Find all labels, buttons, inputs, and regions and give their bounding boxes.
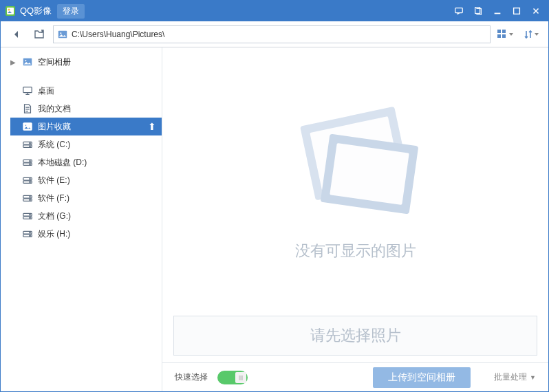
sidebar-item-1[interactable]: 我的文档 [10, 100, 162, 118]
svg-point-32 [30, 197, 30, 197]
sidebar-item-label: 桌面 [38, 85, 54, 97]
drive-icon [21, 210, 34, 222]
album-icon [21, 56, 34, 68]
sidebar-item-2[interactable]: 图片收藏⬆ [10, 118, 162, 135]
sidebar-item-label: 文档 (G:) [38, 210, 71, 222]
drive-icon [21, 228, 34, 240]
app-logo-icon [5, 6, 16, 17]
sidebar-item-label: 本地磁盘 (D:) [38, 157, 87, 168]
sort-button[interactable] [519, 25, 543, 44]
up-folder-button[interactable] [30, 25, 50, 44]
svg-point-8 [60, 32, 61, 34]
empty-text: 没有可显示的图片 [295, 241, 416, 261]
svg-point-21 [30, 146, 30, 146]
sidebar-item-4[interactable]: 本地磁盘 (D:) [10, 153, 162, 171]
svg-rect-3 [455, 8, 463, 13]
action-bar: 快速选择 ||| 上传到空间相册 批量处理 ▼ [162, 362, 548, 391]
picture-folder-icon [56, 28, 69, 41]
sidebar-locations: 桌面我的文档图片收藏⬆系统 (C:)本地磁盘 (D:)软件 (E:)软件 (F:… [1, 82, 162, 243]
svg-rect-45 [330, 143, 409, 205]
sidebar-root-album[interactable]: ▶ 空间相册 [1, 53, 162, 71]
svg-point-17 [25, 124, 26, 126]
svg-point-40 [30, 232, 30, 233]
drive-icon [21, 156, 34, 168]
close-button[interactable] [526, 1, 546, 21]
sidebar-item-6[interactable]: 软件 (F:) [10, 189, 162, 207]
desktop-icon [21, 85, 34, 97]
view-mode-button[interactable] [493, 25, 517, 44]
path-text: C:\Users\Huang\Pictures\ [72, 30, 487, 39]
svg-rect-10 [502, 30, 506, 33]
maximize-button[interactable] [507, 1, 526, 21]
select-prompt-text: 请先选择照片 [310, 325, 401, 346]
minimize-button[interactable] [488, 1, 507, 21]
sidebar: ▶ 空间相册 桌面我的文档图片收藏⬆系统 (C:)本地磁盘 (D:)软件 (E:… [1, 47, 162, 391]
drive-icon [21, 192, 34, 204]
quick-select-label: 快速选择 [175, 371, 208, 383]
svg-point-24 [30, 161, 30, 162]
svg-rect-9 [497, 30, 501, 33]
svg-rect-13 [23, 58, 32, 66]
sidebar-item-3[interactable]: 系统 (C:) [10, 135, 162, 153]
svg-point-36 [30, 215, 30, 215]
sidebar-item-label: 我的文档 [38, 103, 71, 115]
svg-point-29 [30, 182, 30, 182]
svg-rect-6 [514, 8, 520, 14]
toolbar: C:\Users\Huang\Pictures\ [1, 21, 548, 47]
svg-rect-11 [497, 34, 501, 38]
svg-point-37 [30, 217, 30, 218]
svg-rect-15 [23, 87, 32, 93]
quick-select-toggle[interactable]: ||| [217, 371, 248, 384]
copy-icon[interactable] [469, 1, 488, 21]
select-photos-prompt[interactable]: 请先选择照片 [173, 316, 537, 356]
sidebar-item-label: 软件 (F:) [38, 193, 69, 204]
toggle-thumb: ||| [235, 372, 246, 383]
titlebar: QQ影像 登录 [1, 1, 548, 21]
svg-point-28 [30, 179, 30, 179]
sidebar-item-5[interactable]: 软件 (E:) [10, 171, 162, 189]
pictures-icon [21, 120, 34, 133]
feedback-icon[interactable] [449, 1, 469, 21]
sidebar-item-label: 图片收藏 [38, 121, 71, 133]
login-button[interactable]: 登录 [57, 4, 85, 19]
caret-right-icon: ▶ [10, 58, 17, 66]
sidebar-item-8[interactable]: 娱乐 (H:) [10, 225, 162, 243]
image-empty-area: 没有可显示的图片 [162, 47, 548, 316]
svg-rect-5 [495, 13, 501, 14]
main-area: ▶ 空间相册 桌面我的文档图片收藏⬆系统 (C:)本地磁盘 (D:)软件 (E:… [1, 47, 548, 391]
drive-icon [21, 138, 34, 151]
svg-point-14 [25, 60, 26, 61]
svg-rect-12 [502, 34, 506, 38]
svg-rect-7 [58, 30, 67, 38]
drive-icon [21, 174, 34, 186]
sidebar-item-label: 软件 (E:) [38, 175, 70, 186]
svg-point-20 [30, 143, 30, 144]
svg-point-25 [30, 164, 30, 164]
empty-pictures-icon [280, 102, 431, 228]
sidebar-item-7[interactable]: 文档 (G:) [10, 207, 162, 225]
content-area: 没有可显示的图片 请先选择照片 快速选择 ||| 上传到空间相册 批量处理 ▼ [162, 47, 548, 391]
batch-process-button[interactable]: 批量处理 ▼ [494, 371, 536, 383]
app-title: QQ影像 [20, 5, 52, 17]
sidebar-root-label: 空间相册 [38, 56, 71, 68]
doc-icon [21, 102, 34, 115]
back-button[interactable] [6, 25, 27, 44]
svg-point-33 [30, 199, 30, 200]
svg-rect-1 [7, 8, 14, 14]
sidebar-item-0[interactable]: 桌面 [10, 82, 162, 100]
sidebar-item-label: 娱乐 (H:) [38, 228, 70, 240]
svg-point-2 [8, 9, 10, 11]
sidebar-item-label: 系统 (C:) [38, 139, 70, 151]
arrow-up-icon: ⬆ [148, 121, 156, 132]
batch-label: 批量处理 [494, 371, 527, 383]
svg-point-41 [30, 235, 30, 236]
upload-button[interactable]: 上传到空间相册 [373, 367, 471, 388]
path-input[interactable]: C:\Users\Huang\Pictures\ [53, 25, 491, 43]
caret-down-icon: ▼ [530, 374, 536, 381]
